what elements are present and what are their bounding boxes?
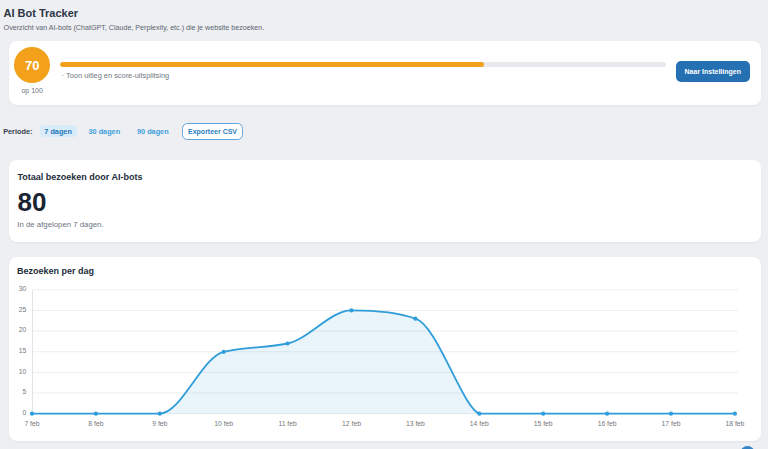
svg-text:18 feb: 18 feb bbox=[725, 419, 744, 426]
svg-text:15: 15 bbox=[18, 347, 26, 354]
svg-text:8 feb: 8 feb bbox=[88, 419, 103, 426]
svg-text:10: 10 bbox=[18, 367, 26, 374]
svg-text:10 feb: 10 feb bbox=[214, 419, 233, 426]
svg-text:9 feb: 9 feb bbox=[152, 419, 167, 426]
svg-text:17 feb: 17 feb bbox=[661, 419, 680, 426]
svg-text:14 feb: 14 feb bbox=[469, 419, 488, 426]
svg-text:15 feb: 15 feb bbox=[533, 419, 552, 426]
svg-text:25: 25 bbox=[18, 305, 26, 312]
svg-text:11 feb: 11 feb bbox=[278, 419, 297, 426]
svg-text:16 feb: 16 feb bbox=[597, 419, 616, 426]
svg-text:20: 20 bbox=[18, 326, 26, 333]
svg-text:0: 0 bbox=[22, 409, 26, 416]
svg-text:7 feb: 7 feb bbox=[24, 419, 39, 426]
svg-text:13 feb: 13 feb bbox=[405, 419, 424, 426]
svg-text:5: 5 bbox=[22, 388, 26, 395]
svg-text:30: 30 bbox=[18, 285, 26, 292]
svg-text:12 feb: 12 feb bbox=[342, 419, 361, 426]
